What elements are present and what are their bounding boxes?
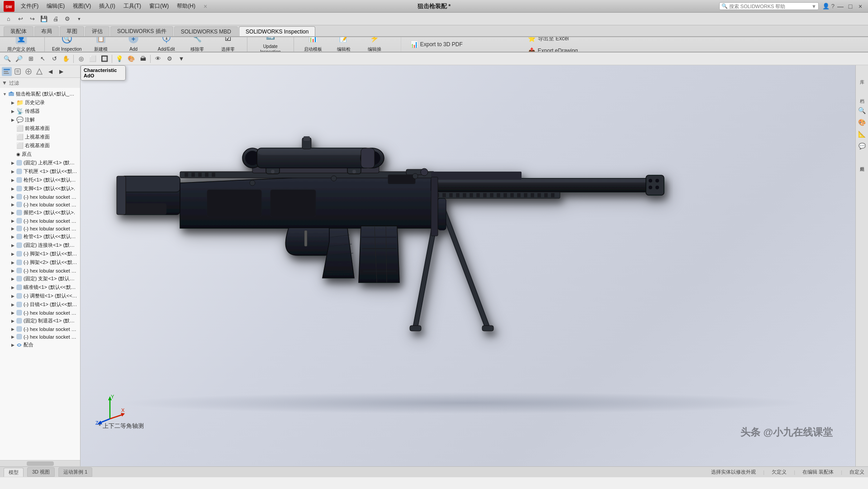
viewport-3d[interactable]: Y X Z * 上下二等角轴测 头条 @小九在线课堂 Characteristi… <box>81 65 855 466</box>
menu-insert[interactable]: 插入(I) <box>95 1 119 11</box>
rp-file-explorer[interactable]: 档 <box>857 86 868 104</box>
status-customize[interactable]: 自定义 <box>849 469 864 475</box>
tree-item-stock[interactable]: ▶ 枪托<1> (默认<<默认>_显 <box>8 176 79 184</box>
menu-file[interactable]: 文件(F) <box>17 1 42 11</box>
export-edrawing[interactable]: 📤 Export eDrawing <box>524 46 582 52</box>
tree-item-hex8[interactable]: ▶ (-) hex lobular socket hea <box>8 333 79 340</box>
vt-appear[interactable]: 🎨 <box>126 54 137 64</box>
bottom-tab-motion1[interactable]: 运动算例 1 <box>58 467 92 477</box>
tab-sw-inspection[interactable]: SOLIDWORKS Inspection <box>239 26 315 36</box>
ribbon-add-edit-balloons[interactable]: 1 Add/EditBalloons <box>153 37 180 52</box>
bottom-tab-model[interactable]: 模型 <box>4 468 24 477</box>
tree-item-scope[interactable]: ▶ 瞄准镜<1> (默认<<默认>. <box>8 283 79 292</box>
ribbon-launch-template[interactable]: 📊 启动模板编辑器 <box>299 37 327 52</box>
menu-view[interactable]: 视图(V) <box>69 1 95 11</box>
tree-item-hex2[interactable]: ▶ (-) hex lobular socket hea <box>8 201 79 208</box>
qa-settings[interactable]: ⚙ <box>62 14 72 24</box>
ribbon-update-project[interactable]: 🔄 Update InspectionProject <box>253 37 288 52</box>
tree-root-assembly[interactable]: ▼ 狙击枪装配 (默认<默认_显示 <box>1 90 79 98</box>
vt-rotate[interactable]: ↺ <box>49 54 60 64</box>
expand-upper-receiver[interactable]: ▶ <box>10 160 15 166</box>
expand-hex4[interactable]: ▶ <box>10 226 15 231</box>
bottom-tab-3d-view[interactable]: 3D 视图 <box>27 467 55 477</box>
expand-hex1[interactable]: ▶ <box>10 194 15 200</box>
expand-history[interactable]: ▶ <box>10 100 15 105</box>
tree-item-hex3[interactable]: ▶ (-) hex lobular socket hea <box>8 217 79 225</box>
tab-evaluate[interactable]: 评估 <box>85 26 109 36</box>
tree-item-leg1[interactable]: ▶ (-) 脚架<1> (默认<<默认> <box>8 249 79 258</box>
tree-item-adjuster[interactable]: ▶ (-) 调整钮<1> (默认<<默认 <box>8 292 79 300</box>
vt-pan[interactable]: ✋ <box>61 54 71 64</box>
menu-edit[interactable]: 编辑(E) <box>43 1 68 11</box>
rp-search[interactable]: 🔍 <box>857 105 868 116</box>
expand-muzzle[interactable]: ▶ <box>10 318 15 324</box>
tree-item-eyepiece[interactable]: ▶ (-) 目镜<1> (默认<<默认> <box>8 300 79 309</box>
user-icon[interactable]: 👤 <box>822 3 830 10</box>
pt-next-panel[interactable]: ▶ <box>56 67 66 76</box>
expand-hex7[interactable]: ▶ <box>10 326 15 332</box>
expand-barrel[interactable]: ▶ <box>10 234 15 240</box>
help-icon[interactable]: ? <box>831 3 835 10</box>
vt-display[interactable]: 🔲 <box>99 54 110 64</box>
ribbon-select-part-num[interactable]: ☑ 选择零件序号 <box>214 37 242 52</box>
expand-hex2[interactable]: ▶ <box>10 202 15 207</box>
rp-palette[interactable]: 🎨 <box>857 117 868 128</box>
export-excel[interactable]: 📊 Export to 3D PDF <box>407 39 517 49</box>
tree-item-lower-receiver[interactable]: ▶ 下机匣 <1> (默认<<默认> <box>8 167 79 176</box>
tree-item-hex1[interactable]: ▶ (-) hex lobular socket hea <box>8 193 79 201</box>
tree-item-note[interactable]: ▶ 💬 注解 <box>8 115 79 124</box>
vt-more[interactable]: ▼ <box>176 54 187 64</box>
expand-leg1[interactable]: ▶ <box>10 251 15 257</box>
tab-layout[interactable]: 布局 <box>34 26 59 36</box>
pt-appearance-manager[interactable] <box>34 67 44 76</box>
export-quality[interactable]: ⭐ 导出至 Excel <box>524 37 582 44</box>
vt-scene[interactable]: 🏔 <box>138 54 148 64</box>
tree-item-barrel[interactable]: ▶ 枪管<1> (默认<<默认>_显 <box>8 232 79 241</box>
expand-scope[interactable]: ▶ <box>10 285 15 290</box>
vt-hide[interactable]: 👁 <box>152 54 163 64</box>
expand-bipod1[interactable]: ▶ <box>10 186 15 192</box>
ribbon-new-template[interactable]: 📋 新建模板 <box>87 37 114 52</box>
search-dropdown-icon[interactable]: ▼ <box>811 4 816 9</box>
vt-components[interactable]: ⚙ <box>164 54 175 64</box>
qa-dropdown[interactable]: ▼ <box>74 14 84 24</box>
tab-sketch[interactable]: 草图 <box>60 26 84 36</box>
expand-connector[interactable]: ▶ <box>10 243 15 248</box>
tree-item-history[interactable]: ▶ 📁 历史记录 <box>8 98 79 107</box>
expand-note[interactable]: ▶ <box>10 117 15 123</box>
feature-tree[interactable]: ▼ 狙击枪装配 (默认<默认_显示 ▶ 📁 历史记录 ▶ 📡 传感器 ▶ <box>0 88 80 460</box>
expand-mates[interactable]: ▶ <box>10 342 15 348</box>
close-button[interactable]: × <box>856 2 864 10</box>
expand-eyepiece[interactable]: ▶ <box>10 302 15 307</box>
search-input[interactable] <box>729 4 810 9</box>
tree-item-leg2[interactable]: ▶ (-) 脚架<2> (默认<<默认> <box>8 258 79 267</box>
tree-item-mates[interactable]: ▶ 配合 <box>8 340 79 349</box>
qa-back[interactable]: ↩ <box>15 14 25 24</box>
minimize-button[interactable]: — <box>836 2 844 10</box>
tree-item-hex7[interactable]: ▶ (-) hex lobular socket hea <box>8 325 79 333</box>
tree-item-top-plane[interactable]: ▶ ⬜ 上视基准面 <box>8 133 79 141</box>
qa-save[interactable]: 💾 <box>39 14 49 24</box>
vt-section[interactable]: ⬜ <box>87 54 98 64</box>
pt-property-manager[interactable] <box>13 67 23 76</box>
search-box[interactable]: 🔍 ▼ <box>719 2 819 10</box>
export-2dpdf[interactable]: 📄 导出至 2D PDF <box>407 37 517 38</box>
tab-sw-plugins[interactable]: SOLIDWORKS 插件 <box>110 26 173 36</box>
expand-hex6[interactable]: ▶ <box>10 310 15 316</box>
close-menu-tab[interactable]: × <box>200 2 211 11</box>
menu-window[interactable]: 窗口(W) <box>146 1 172 11</box>
expand-hex8[interactable]: ▶ <box>10 334 15 340</box>
tree-item-hex5[interactable]: ▶ (-) hex lobular socket hea <box>8 267 79 274</box>
pt-feature-tree[interactable] <box>2 67 12 76</box>
expand-stock[interactable]: ▶ <box>10 177 15 183</box>
ribbon-edit-action[interactable]: ⚡ 编辑操作 <box>361 37 388 52</box>
tab-assembly[interactable]: 装配体 <box>4 26 33 36</box>
tree-item-grip[interactable]: ▶ 握把<1> (默认<<默认>. <box>8 208 79 217</box>
rp-solidworks-forum[interactable]: 💬 <box>857 140 868 151</box>
expand-adjuster[interactable]: ▶ <box>10 293 15 299</box>
tree-item-sensor[interactable]: ▶ 📡 传感器 <box>8 107 79 115</box>
vt-zoom-in[interactable]: 🔍 <box>2 54 13 64</box>
ribbon-edit-inspection[interactable]: 🔍 Edit InspectionBalloon <box>50 37 84 52</box>
tab-sw-mbd[interactable]: SOLIDWORKS MBD <box>174 26 238 36</box>
tree-item-origin[interactable]: ▶ ◉ 原点 <box>8 150 79 158</box>
